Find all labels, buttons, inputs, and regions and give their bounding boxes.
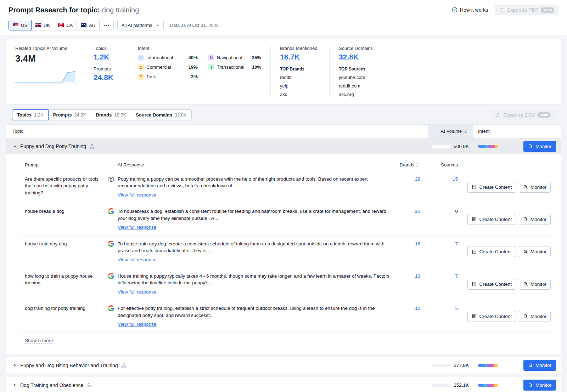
create-content-button[interactable]: Create Content (467, 214, 516, 225)
intent-item-pct: 10% (252, 64, 261, 70)
ellipsis-icon: ••• (103, 23, 110, 28)
create-content-label: Create Content (479, 217, 512, 222)
related-topics-volume-value: 3.4M (15, 53, 75, 64)
brands-column-header[interactable]: Brands (398, 162, 420, 167)
brands-count[interactable]: 12 (415, 305, 420, 312)
tab-label: Brands (96, 112, 112, 118)
monitor-label: Monitor (530, 314, 546, 319)
chevron-down-icon[interactable] (12, 143, 17, 149)
chevron-right-icon[interactable] (12, 363, 17, 368)
create-content-icon (472, 184, 477, 189)
volume-sparkline-chart (15, 68, 75, 85)
brands-count[interactable]: 16 (415, 240, 420, 247)
create-content-icon (472, 249, 477, 254)
topic-card: Puppy and Dog Biting Behavior and Traini… (6, 357, 561, 374)
country-code: UK (44, 23, 50, 28)
create-content-icon (472, 314, 477, 319)
brands-count[interactable]: 13 (415, 273, 420, 279)
export-csv-button[interactable]: Export to CSV soon (491, 110, 555, 120)
country-chip-uk[interactable]: UK (31, 20, 54, 30)
country-chip-us[interactable]: US (9, 20, 32, 30)
create-content-button[interactable]: Create Content (467, 246, 516, 257)
chevron-right-icon[interactable] (12, 382, 17, 388)
tab-source-domains[interactable]: Source Domains 32.8K (131, 109, 192, 120)
intent-item-label: Informational (146, 55, 173, 60)
monitor-button[interactable]: Monitor (519, 182, 551, 193)
how-it-works-link[interactable]: ? How it works (452, 7, 488, 13)
prompt-text: dog training for potty training (19, 305, 104, 312)
chevron-down-icon (156, 23, 159, 27)
topic-row-collapsed[interactable]: Puppy and Dog Biting Behavior and Traini… (6, 357, 561, 374)
ai-response: To house train any dog, create a consist… (118, 240, 398, 263)
ai-volume-column-header[interactable]: AI Volume (428, 125, 473, 138)
topic-row-collapsed[interactable]: Dog Training and Obedience 252.1K Monito… (6, 377, 561, 392)
transactional-badge: T (208, 64, 214, 70)
sources-count[interactable]: 0 (455, 209, 458, 214)
soon-badge: soon (541, 7, 554, 13)
page-title-prefix: Prompt Research for topic: (9, 6, 100, 14)
summary-card: Related Topics AI Volume 3.4M Topics 1.2… (6, 39, 561, 104)
intent-cell: Monitor (473, 360, 561, 371)
export-pdf-button[interactable]: Export to PDF soon (495, 5, 558, 15)
intent-bar (478, 364, 498, 367)
tab-topics[interactable]: Topics 1.2K (12, 109, 49, 120)
source-domains-block: Source Domains 32.8K TOP Sources youtube… (329, 46, 400, 97)
monitor-button[interactable]: Monitor (519, 279, 551, 290)
ai-response: For effective potty training, establish … (118, 305, 398, 328)
monitor-button[interactable]: Monitor (523, 360, 556, 371)
brands-mentioned-value: 18.7K (280, 53, 320, 61)
tab-prompts[interactable]: Prompts 24.8K (48, 109, 91, 120)
monitor-button[interactable]: Monitor (519, 311, 551, 322)
data-as-of-label: Data as of Oct 31, 2025 (170, 23, 219, 28)
prompt-text: how long to train a puppy house training (19, 273, 104, 286)
tab-brands[interactable]: Brands 18.7K (91, 109, 131, 120)
create-content-icon (472, 217, 477, 222)
view-full-response-link[interactable]: View full response (118, 192, 156, 198)
intent-item-label: Navigational (217, 55, 242, 60)
view-full-response-link[interactable]: View full response (118, 321, 156, 328)
sources-count[interactable]: 7 (455, 241, 458, 246)
country-chip-au[interactable]: AU (77, 20, 100, 30)
top-source-item: akc.org (339, 92, 391, 97)
prompt-row: Are there specific products or tools tha… (19, 171, 555, 203)
intent-block: Intent I Informational 40% C Commercial … (129, 46, 270, 97)
google-icon (108, 208, 114, 214)
monitor-button[interactable]: Monitor (523, 141, 556, 152)
sources-count[interactable]: 15 (453, 176, 458, 182)
intent-column-header: Intent (473, 125, 561, 138)
country-chip-ca[interactable]: CA (54, 20, 77, 30)
monitor-label: Monitor (535, 363, 551, 368)
view-full-response-link[interactable]: View full response (118, 256, 156, 263)
ai-response-text: To house train any dog, create a consist… (118, 240, 390, 254)
topics-table-header: Topic AI Volume Intent (6, 125, 561, 138)
more-countries-button[interactable]: ••• (99, 20, 114, 30)
view-full-response-link[interactable]: View full response (118, 224, 156, 231)
create-content-label: Create Content (479, 314, 512, 319)
monitor-icon (528, 383, 533, 388)
monitor-button[interactable]: Monitor (523, 380, 556, 391)
monitor-button[interactable]: Monitor (519, 246, 551, 257)
brands-count[interactable]: 28 (415, 176, 420, 182)
page-title-topic: dog training (102, 6, 139, 14)
create-content-button[interactable]: Create Content (467, 182, 516, 193)
sort-icon[interactable] (416, 163, 420, 167)
ai-volume-value: 252.1K (454, 382, 469, 388)
create-content-button[interactable]: Create Content (467, 311, 516, 322)
tab-label: Prompts (53, 112, 72, 118)
prompt-row: dog training for potty training For effe… (19, 300, 555, 333)
prompt-row: house break a dog To housebreak a dog, e… (19, 203, 555, 235)
ai-platforms-dropdown[interactable]: All AI platforms (117, 20, 164, 30)
brands-count[interactable]: 20 (415, 208, 420, 215)
soon-badge: soon (537, 112, 551, 118)
sort-icon[interactable] (464, 129, 469, 133)
monitor-button[interactable]: Monitor (519, 214, 551, 225)
topic-row-expanded[interactable]: Puppy and Dog Potty Training 500.9K Moni… (6, 138, 561, 154)
intent-bar (478, 384, 498, 387)
show-more-link[interactable]: Show 5 more (25, 338, 53, 343)
sitemap-icon (121, 363, 127, 368)
filter-bar: US UK CA AU ••• All AI p (9, 20, 558, 30)
sources-count[interactable]: 7 (455, 273, 458, 279)
create-content-button[interactable]: Create Content (467, 279, 516, 290)
view-full-response-link[interactable]: View full response (118, 289, 156, 295)
sources-count[interactable]: 5 (455, 306, 458, 311)
